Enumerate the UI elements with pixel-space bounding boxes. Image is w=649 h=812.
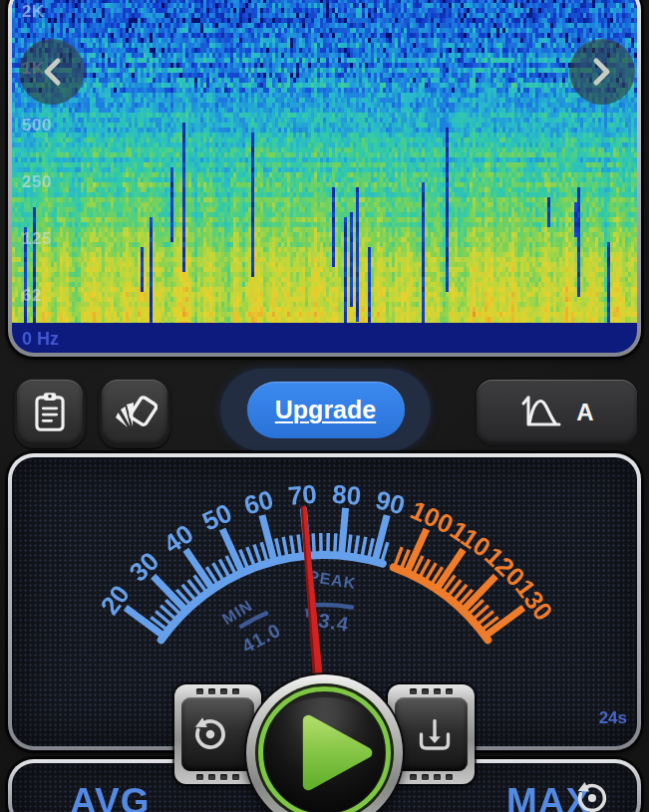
film-perforations: [196, 774, 239, 780]
film-perforations: [196, 688, 239, 694]
upgrade-label: Upgrade: [275, 396, 376, 424]
chevron-left-icon: [35, 55, 69, 89]
gauge-tick: [313, 533, 314, 557]
gauge-tick: [335, 533, 336, 557]
spectrogram-next-button[interactable]: [569, 39, 635, 105]
gauge-peak-label: PEAK: [307, 568, 358, 592]
play-button-ring: [255, 683, 394, 812]
gauge-peak-value: 3.4: [317, 609, 351, 636]
freq-axis-label: 62: [22, 286, 42, 306]
gauge-scale-label: 50: [197, 498, 236, 537]
freq-axis-label: 2K: [22, 2, 45, 22]
upgrade-button-glow: Upgrade: [220, 369, 431, 451]
records-button[interactable]: [14, 377, 86, 448]
avg-label: AVG: [70, 781, 150, 812]
frequency-curve-icon: [519, 394, 563, 431]
weighting-mode-label: A: [576, 399, 593, 426]
records-button-face: [17, 380, 83, 445]
gauge-tick: [341, 508, 345, 558]
frequency-axis-zero-label: 0 Hz: [22, 329, 59, 350]
play-button-face: [264, 692, 385, 812]
reset-circular-arrow-icon: [191, 715, 229, 753]
freq-axis-label: 500: [22, 116, 52, 135]
spectrogram-viewport: 2K1K50025012562 0 Hz: [12, 0, 637, 353]
gauge-scale-label: 80: [331, 479, 362, 511]
spectrogram-panel: 2K1K50025012562 0 Hz: [8, 0, 641, 357]
spectrogram-display[interactable]: [12, 0, 637, 323]
gauge-scale-label: 90: [373, 484, 409, 520]
play-button[interactable]: [246, 675, 403, 812]
frequency-weighting-button[interactable]: A: [477, 380, 637, 445]
fanned-cards-icon: [112, 390, 158, 435]
max-reset-button[interactable]: [574, 780, 610, 812]
spl-meter-app: 2K1K50025012562 0 Hz: [0, 0, 649, 812]
upgrade-button[interactable]: Upgrade: [247, 382, 405, 438]
spectrum-mode-button[interactable]: [99, 377, 170, 448]
spectrum-mode-button-face: [102, 380, 167, 445]
freq-axis-label: 250: [22, 172, 52, 192]
clipboard-icon: [28, 390, 72, 435]
freq-axis-label: 125: [22, 229, 52, 249]
gauge-scale-label: 60: [241, 484, 277, 520]
elapsed-time: 24s: [599, 708, 627, 728]
play-triangle-icon: [264, 692, 385, 812]
film-perforations: [410, 688, 453, 694]
gauge-peak-underline: [314, 605, 352, 608]
gauge-scale-label: 40: [159, 518, 199, 559]
spectrogram-prev-button[interactable]: [19, 39, 85, 105]
download-tray-icon: [417, 717, 453, 753]
film-perforations: [410, 774, 453, 780]
play-button-green-ring: [258, 686, 391, 812]
chevron-right-icon: [585, 55, 619, 89]
